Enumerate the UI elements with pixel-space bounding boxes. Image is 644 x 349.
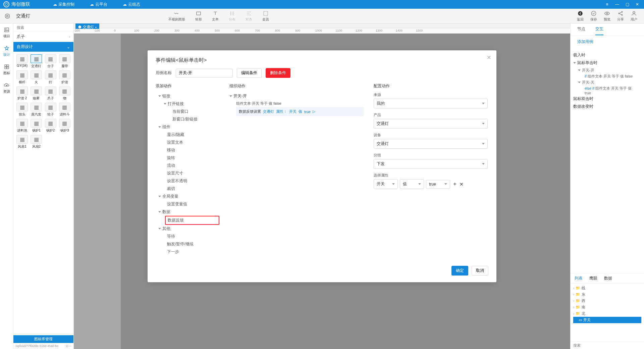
modal-mask: ✕ 事件编辑<鼠标单击时> 用例名称 编辑条件 删除条件 添加动作 链接 打开链… bbox=[0, 0, 644, 23]
